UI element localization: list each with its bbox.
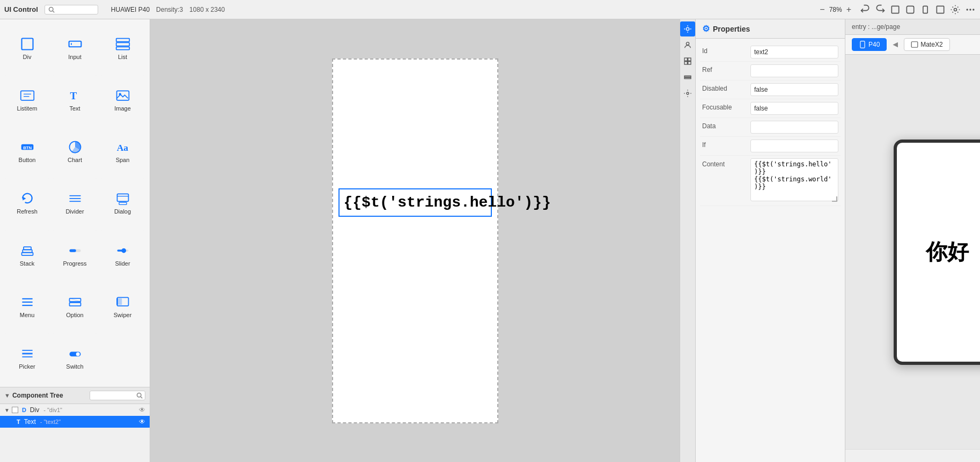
comp-stack[interactable]: Stack bbox=[4, 230, 50, 280]
phone-canvas-frame: {{$t('strings.hello')}} bbox=[332, 58, 498, 423]
frame-icon-2[interactable] bbox=[905, 4, 916, 15]
svg-point-56 bbox=[76, 352, 79, 356]
comp-progress[interactable]: Progress bbox=[52, 230, 98, 280]
attr-value-disabled[interactable] bbox=[750, 83, 838, 96]
list-icon bbox=[115, 36, 130, 52]
svg-rect-61 bbox=[684, 58, 687, 61]
attr-panel-title: Properties bbox=[713, 25, 750, 33]
comp-dialog-label: Dialog bbox=[114, 208, 131, 215]
comp-span[interactable]: Aa Span bbox=[100, 127, 145, 176]
divider-icon bbox=[68, 191, 83, 206]
tree-expand-div[interactable]: ▼ bbox=[4, 407, 10, 413]
tree-eye-text[interactable]: 👁 bbox=[139, 418, 145, 426]
attr-value-data[interactable] bbox=[750, 121, 838, 134]
device-btn-matex2[interactable]: MateX2 bbox=[904, 38, 949, 51]
svg-rect-30 bbox=[117, 194, 128, 202]
redo-icon[interactable] bbox=[875, 4, 886, 15]
svg-rect-5 bbox=[937, 6, 944, 13]
comp-div[interactable]: Div bbox=[4, 24, 50, 73]
top-search-input[interactable] bbox=[57, 6, 94, 13]
svg-rect-20 bbox=[116, 91, 129, 100]
svg-text:Aa: Aa bbox=[116, 142, 128, 153]
side-icon-gear[interactable] bbox=[680, 86, 695, 101]
svg-rect-16 bbox=[20, 91, 34, 100]
svg-point-40 bbox=[121, 248, 126, 253]
progress-icon bbox=[68, 243, 83, 258]
tree-title: Component Tree bbox=[12, 392, 63, 399]
left-panel: Div Input List Listitem T Text bbox=[0, 19, 150, 462]
comp-input[interactable]: Input bbox=[52, 24, 98, 73]
undo-icon[interactable] bbox=[860, 4, 871, 15]
frame-icon-4[interactable] bbox=[935, 4, 946, 15]
tree-row-text[interactable]: T Text - "text2" 👁 bbox=[0, 416, 150, 428]
svg-rect-4 bbox=[923, 6, 927, 13]
comp-slider[interactable]: Slider bbox=[100, 230, 145, 280]
attr-value-id[interactable] bbox=[750, 46, 838, 58]
tree-search-box[interactable] bbox=[90, 391, 145, 400]
side-icons bbox=[680, 19, 696, 462]
attr-label-id: Id bbox=[702, 46, 750, 55]
comp-div-label: Div bbox=[23, 54, 32, 60]
svg-rect-14 bbox=[116, 42, 129, 46]
tree-eye-div[interactable]: 👁 bbox=[139, 406, 145, 414]
div-icon bbox=[20, 36, 35, 52]
back-arrow[interactable]: ◄ bbox=[891, 40, 900, 49]
comp-refresh[interactable]: Refresh bbox=[4, 178, 50, 228]
frame-icon-1[interactable] bbox=[890, 4, 901, 15]
comp-image[interactable]: Image bbox=[100, 75, 145, 124]
attr-value-content[interactable]: {{$t('strings.hello')}} {{$t('strings.wo… bbox=[750, 158, 838, 201]
tree-row-div[interactable]: ▼ D Div - "div1" 👁 bbox=[0, 404, 150, 416]
comp-dialog[interactable]: Dialog bbox=[100, 178, 145, 228]
comp-menu[interactable]: Menu bbox=[4, 282, 50, 331]
center-panel: {{$t('strings.hello')}} bbox=[150, 19, 680, 462]
menu-icon bbox=[20, 295, 35, 310]
comp-option[interactable]: Option bbox=[52, 282, 98, 331]
side-icon-grid[interactable] bbox=[680, 54, 695, 69]
tree-label-div: Div bbox=[30, 406, 39, 414]
comp-button[interactable]: BTN Button bbox=[4, 127, 50, 176]
frame-icon-3[interactable] bbox=[920, 4, 931, 15]
resize-handle[interactable] bbox=[832, 196, 837, 202]
side-icon-properties[interactable] bbox=[680, 21, 695, 36]
attr-value-if[interactable] bbox=[750, 140, 838, 152]
comp-listitem[interactable]: Listitem bbox=[4, 75, 50, 124]
tree-search-input[interactable] bbox=[92, 392, 135, 399]
attr-label-content: Content bbox=[702, 158, 750, 168]
comp-switch[interactable]: Switch bbox=[52, 333, 98, 383]
svg-rect-65 bbox=[684, 76, 691, 77]
svg-rect-11 bbox=[69, 41, 81, 47]
svg-rect-62 bbox=[688, 58, 691, 61]
tree-type-text: T bbox=[17, 419, 20, 425]
svg-point-0 bbox=[49, 7, 53, 11]
top-search-box[interactable] bbox=[45, 5, 98, 14]
device-matex2-label: MateX2 bbox=[920, 41, 942, 48]
comp-swiper[interactable]: Swiper bbox=[100, 282, 145, 331]
tree-checkbox-div[interactable] bbox=[12, 407, 18, 413]
comp-divider[interactable]: Divider bbox=[52, 178, 98, 228]
attr-value-ref[interactable] bbox=[750, 64, 838, 77]
side-icon-layers[interactable] bbox=[680, 70, 695, 85]
slider-icon bbox=[115, 243, 130, 258]
attr-value-focusable[interactable] bbox=[750, 102, 838, 115]
svg-rect-13 bbox=[116, 39, 129, 42]
tree-collapse-icon[interactable]: ▼ bbox=[4, 392, 10, 399]
comp-chart-label: Chart bbox=[68, 157, 82, 163]
comp-picker[interactable]: Picker bbox=[4, 333, 50, 383]
more-icon[interactable] bbox=[965, 4, 976, 15]
comp-list[interactable]: List bbox=[100, 24, 145, 73]
canvas-text-block[interactable]: {{$t('strings.hello')}} bbox=[338, 188, 492, 217]
device-btn-p40[interactable]: P40 bbox=[852, 38, 887, 51]
svg-rect-35 bbox=[24, 247, 31, 250]
comp-text[interactable]: T Text bbox=[52, 75, 98, 124]
attr-label-disabled: Disabled bbox=[702, 83, 750, 92]
svg-rect-74 bbox=[860, 41, 865, 48]
comp-chart[interactable]: Chart bbox=[52, 127, 98, 176]
preview-panel: entry : ...ge/page P40 ◄ MateX2 bbox=[845, 19, 980, 462]
settings-icon[interactable] bbox=[950, 4, 961, 15]
attr-label-data: Data bbox=[702, 121, 750, 130]
side-icon-person[interactable] bbox=[680, 38, 695, 53]
comp-picker-label: Picker bbox=[19, 363, 35, 370]
svg-point-6 bbox=[954, 8, 957, 11]
zoom-in-button[interactable]: + bbox=[846, 5, 851, 14]
zoom-out-button[interactable]: − bbox=[820, 5, 824, 14]
